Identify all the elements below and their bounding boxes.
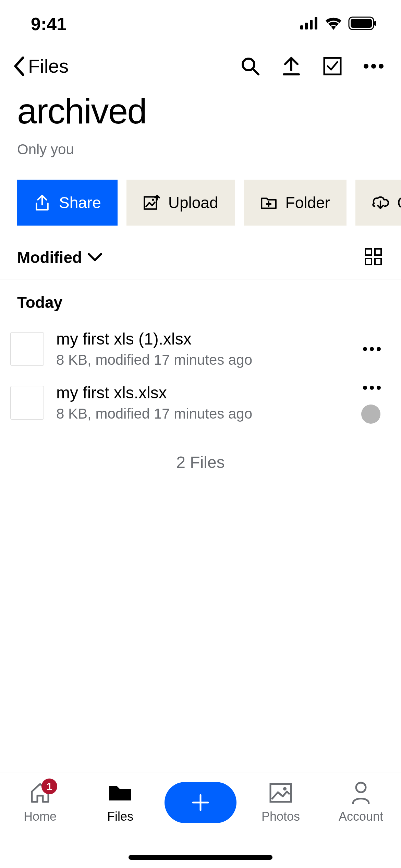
more-horizontal-icon [363,385,381,390]
tab-create[interactable] [170,781,231,823]
action-chip-row: Share Upload Folder Offline [0,165,401,236]
svg-rect-2 [310,20,313,29]
tab-photos[interactable]: Photos [250,781,312,824]
svg-rect-21 [375,258,381,265]
tab-home[interactable]: 1 Home [9,781,71,824]
folder-chip-label: Folder [285,193,330,212]
status-indicators [300,16,377,32]
folder-icon [108,781,133,805]
image-upload-icon [143,194,160,211]
file-name: my first xls (1).xlsx [56,329,348,348]
more-horizontal-icon [363,347,381,351]
svg-rect-1 [305,23,308,29]
upload-chip-label: Upload [168,193,218,212]
cloud-download-icon [372,194,389,211]
file-thumbnail [10,386,44,420]
tab-photos-label: Photos [262,809,300,824]
battery-icon [348,16,377,32]
svg-point-12 [371,64,376,69]
upload-nav-button[interactable] [281,56,302,76]
home-badge: 1 [41,779,57,794]
more-horizontal-icon [363,63,384,69]
file-meta: 8 KB, modified 17 minutes ago [56,352,348,368]
svg-point-22 [363,347,367,351]
file-row[interactable]: my first xls (1).xlsx 8 KB, modified 17 … [0,322,401,376]
search-icon [241,57,260,76]
svg-rect-18 [365,249,372,255]
plus-icon [191,793,210,812]
svg-point-31 [283,787,287,791]
share-chip-label: Share [59,193,101,212]
back-label: Files [28,55,69,77]
svg-point-32 [356,783,366,792]
sort-button[interactable]: Modified [17,248,102,267]
grid-icon [365,248,382,265]
tab-home-label: Home [24,809,57,824]
svg-point-25 [363,386,367,390]
sort-label: Modified [17,248,82,267]
file-thumbnail [10,332,44,366]
file-more-button[interactable] [360,347,384,351]
svg-rect-3 [315,17,317,29]
file-count-summary: 2 Files [0,430,401,495]
tab-bar: 1 Home Files Photos Account [0,772,401,868]
search-button[interactable] [240,56,260,76]
fab-button[interactable] [165,782,236,823]
svg-rect-5 [351,19,372,28]
page-subtitle: Only you [17,141,384,158]
photos-icon [268,781,293,805]
svg-line-8 [253,69,258,74]
file-name: my first xls.xlsx [56,383,348,402]
wifi-icon [325,17,342,31]
offline-chip[interactable]: Offline [355,180,401,226]
sort-row: Modified [0,236,401,279]
offline-chip-label: Offline [397,193,401,212]
file-meta: 8 KB, modified 17 minutes ago [56,406,348,422]
upload-chip[interactable]: Upload [126,180,235,226]
file-row[interactable]: my first xls.xlsx 8 KB, modified 17 minu… [0,376,401,430]
page-title: archived [17,91,384,132]
share-icon [34,194,51,211]
file-more-button[interactable] [360,385,384,390]
svg-point-26 [370,386,374,390]
tab-account-label: Account [339,809,383,824]
svg-point-27 [377,386,381,390]
checkbox-icon [323,57,342,76]
svg-point-24 [377,347,381,351]
title-block: archived Only you [0,81,401,165]
upload-arrow-icon [282,56,300,76]
svg-rect-6 [374,21,376,26]
cellular-icon [300,17,319,31]
status-time: 9:41 [31,14,66,34]
svg-point-15 [152,199,154,201]
home-indicator [129,855,272,860]
tab-files-label: Files [107,809,133,824]
svg-point-23 [370,347,374,351]
select-button[interactable] [322,56,343,76]
svg-rect-20 [365,258,372,265]
share-chip[interactable]: Share [17,180,118,226]
sync-status-indicator [361,405,380,424]
svg-point-13 [379,64,384,69]
chevron-down-icon [87,251,102,264]
list-section-header: Today [0,279,401,322]
chevron-left-icon [12,57,26,76]
tab-account[interactable]: Account [330,781,392,824]
svg-rect-19 [375,249,381,255]
back-button[interactable]: Files [12,55,69,77]
more-nav-button[interactable] [363,56,384,76]
folder-plus-icon [260,194,277,211]
folder-chip[interactable]: Folder [244,180,347,226]
grid-view-button[interactable] [365,248,382,267]
nav-header: Files [0,48,401,81]
status-bar: 9:41 [0,0,401,48]
svg-rect-0 [300,25,303,29]
account-icon [349,781,373,805]
svg-point-11 [364,64,368,69]
tab-files[interactable]: Files [89,781,151,824]
svg-rect-10 [324,58,341,74]
